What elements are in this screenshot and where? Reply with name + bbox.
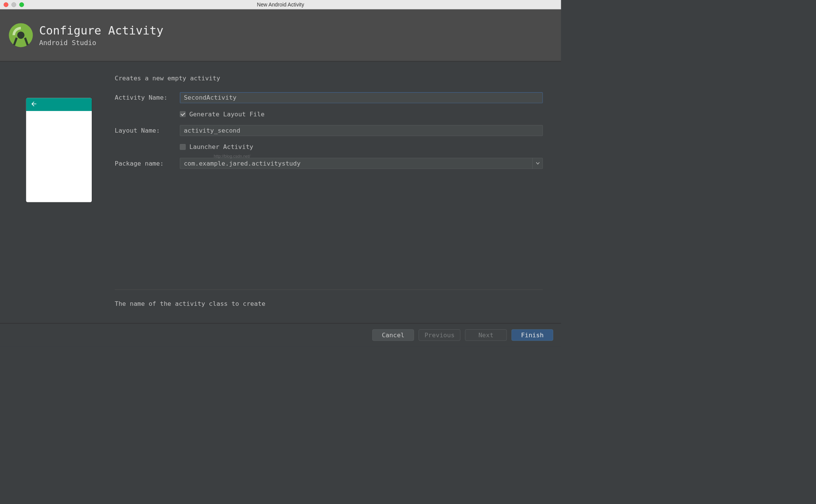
- launcher-activity-label: Launcher Activity: [189, 143, 253, 150]
- wizard-subtitle: Android Studio: [39, 39, 163, 47]
- activity-preview: [26, 98, 92, 202]
- finish-button[interactable]: Finish: [512, 329, 553, 341]
- cancel-button[interactable]: Cancel: [372, 329, 414, 341]
- wizard-title: Configure Activity: [39, 24, 163, 37]
- layout-name-input[interactable]: [180, 125, 543, 136]
- package-name-dropdown-button[interactable]: [532, 158, 543, 169]
- next-button[interactable]: Next: [465, 329, 507, 341]
- wizard-footer: Cancel Previous Next Finish: [0, 323, 561, 347]
- launcher-activity-checkbox-row[interactable]: Launcher Activity: [180, 143, 543, 150]
- package-name-input[interactable]: [180, 158, 543, 169]
- wizard-header: Configure Activity Android Studio: [0, 9, 561, 62]
- launcher-activity-checkbox[interactable]: [180, 144, 185, 150]
- svg-point-1: [17, 31, 24, 39]
- package-name-label: Package name:: [115, 160, 180, 167]
- form-description: Creates a new empty activity: [115, 75, 543, 82]
- layout-name-label: Layout Name:: [115, 127, 180, 134]
- generate-layout-label: Generate Layout File: [189, 111, 265, 118]
- previous-button[interactable]: Previous: [419, 329, 460, 341]
- generate-layout-checkbox-row[interactable]: Generate Layout File: [180, 111, 543, 118]
- activity-name-input[interactable]: [180, 92, 543, 103]
- titlebar: New Android Activity: [0, 0, 561, 9]
- android-studio-logo-icon: [8, 22, 34, 48]
- help-text: The name of the activity class to create: [115, 290, 543, 323]
- generate-layout-checkbox[interactable]: [180, 111, 185, 117]
- window-title: New Android Activity: [0, 2, 561, 8]
- activity-name-label: Activity Name:: [115, 94, 180, 101]
- watermark-text: http://blog.csdn.net/: [214, 154, 250, 158]
- back-arrow-icon: [30, 100, 38, 109]
